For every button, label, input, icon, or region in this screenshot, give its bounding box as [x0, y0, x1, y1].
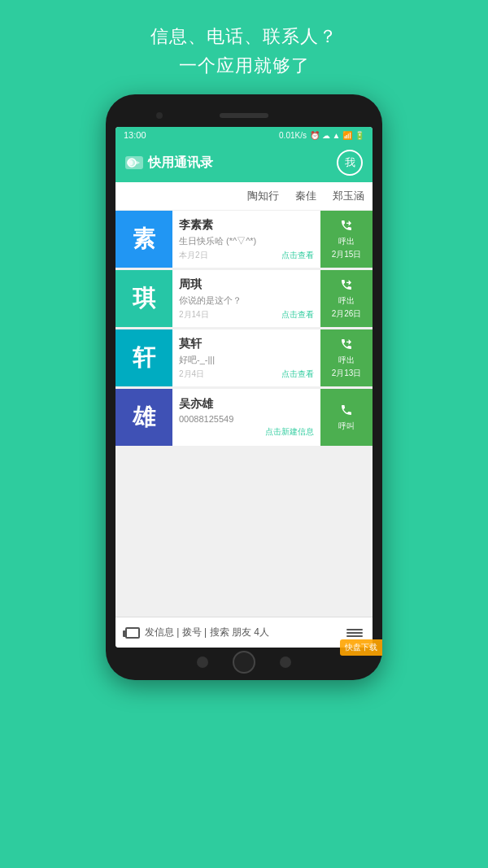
contact-action[interactable]: 呼出 2月13日: [320, 329, 373, 386]
action-icon: [340, 219, 353, 234]
action-date: 2月15日: [332, 249, 362, 260]
contact-view[interactable]: 点击查看: [281, 309, 314, 321]
tab-contact-2[interactable]: 秦佳: [295, 189, 316, 203]
app-name: 快用通讯录: [148, 155, 213, 172]
watermark: 快盘下载: [340, 639, 382, 656]
contact-item[interactable]: 琪 周琪 你说的是这个？ 2月14日 点击查看 呼出 2月26日: [115, 270, 373, 327]
status-bar: 13:00 0.01K/s ⏰ ☁ ▲ 📶 🔋: [115, 127, 373, 143]
tab-contact-3[interactable]: 郑玉涵: [333, 189, 364, 203]
contact-msg: 00088125549: [179, 414, 314, 424]
status-icons: ⏰ ☁ ▲ 📶 🔋: [310, 131, 364, 140]
phone-camera: [156, 112, 163, 119]
contacts-tabs: 陶知行 秦佳 郑玉涵: [115, 182, 373, 211]
contact-list: 素 李素素 生日快乐哈 (*^▽^*) 本月2日 点击查看 呼出 2月15日 琪…: [115, 211, 373, 617]
action-date: 2月13日: [332, 368, 362, 379]
contact-bottom: 2月14日 点击查看: [179, 309, 314, 321]
contact-name: 莫轩: [179, 337, 314, 351]
headline-line2: 一个应用就够了: [150, 54, 338, 78]
app-header: 快用通讯录 我: [115, 143, 373, 182]
contact-bottom: 本月2日 点击查看: [179, 250, 314, 261]
svg-point-1: [128, 159, 133, 165]
contact-avatar: 轩: [115, 329, 172, 386]
phone-bottom-bar: [115, 654, 373, 670]
contact-bottom: 点击新建信息: [179, 426, 314, 438]
bottom-bar-text: 发信息 | 拨号 | 搜索 朋友 4人: [145, 626, 269, 639]
contact-action[interactable]: 呼出 2月26日: [320, 270, 373, 327]
contact-date: 本月2日: [179, 250, 208, 261]
contact-view[interactable]: 点击查看: [281, 369, 314, 380]
me-avatar[interactable]: 我: [337, 150, 363, 176]
action-icon: [340, 338, 353, 353]
contact-item[interactable]: 雄 吴亦雄 00088125549 点击新建信息 呼叫: [115, 389, 373, 446]
action-label: 呼出: [338, 295, 355, 307]
app-title: 快用通讯录: [125, 155, 213, 172]
action-icon: [340, 403, 353, 419]
phone-speaker: [220, 113, 268, 118]
phone-back-btn[interactable]: [197, 656, 208, 668]
action-label: 呼叫: [338, 421, 355, 432]
menu-icon[interactable]: [346, 629, 363, 637]
network-speed: 0.01K/s: [279, 131, 307, 140]
status-time: 13:00: [124, 130, 146, 140]
contact-avatar: 素: [115, 211, 172, 268]
contact-bottom: 2月4日 点击查看: [179, 369, 314, 380]
top-text-block: 信息、电话、联系人？ 一个应用就够了: [150, 24, 338, 78]
contact-item[interactable]: 素 李素素 生日快乐哈 (*^▽^*) 本月2日 点击查看 呼出 2月15日: [115, 211, 373, 268]
contact-msg: 你说的是这个？: [179, 294, 314, 307]
phone-home-btn[interactable]: [233, 651, 255, 674]
contact-avatar: 琪: [115, 270, 172, 327]
contact-info: 李素素 生日快乐哈 (*^▽^*) 本月2日 点击查看: [172, 211, 320, 268]
me-label: 我: [345, 155, 355, 170]
contact-action[interactable]: 呼叫: [320, 389, 373, 446]
phone-recent-btn[interactable]: [280, 656, 291, 668]
contact-msg: 好吧-_-|||: [179, 354, 314, 366]
phone-screen: 13:00 0.01K/s ⏰ ☁ ▲ 📶 🔋 快用通讯录 我: [115, 127, 373, 648]
phone-top-bar: [115, 104, 373, 127]
contact-info: 莫轩 好吧-_-||| 2月4日 点击查看: [172, 329, 320, 386]
action-date: 2月26日: [332, 308, 362, 320]
compose-icon: [125, 627, 140, 639]
contact-date: 2月14日: [179, 309, 209, 321]
contact-name: 周琪: [179, 277, 314, 292]
watermark-text: 快盘下载: [345, 643, 377, 652]
bottom-left: 发信息 | 拨号 | 搜索 朋友 4人: [125, 626, 269, 639]
action-label: 呼出: [338, 355, 355, 366]
action-icon: [340, 278, 353, 294]
contact-msg: 生日快乐哈 (*^▽^*): [179, 235, 314, 247]
contact-info: 周琪 你说的是这个？ 2月14日 点击查看: [172, 270, 320, 327]
contact-view[interactable]: 点击新建信息: [265, 426, 314, 438]
contact-date: 2月4日: [179, 369, 204, 380]
status-right: 0.01K/s ⏰ ☁ ▲ 📶 🔋: [279, 131, 364, 140]
tab-contact-1[interactable]: 陶知行: [247, 189, 279, 203]
headline-line1: 信息、电话、联系人？: [150, 24, 338, 49]
phone-wrapper: 13:00 0.01K/s ⏰ ☁ ▲ 📶 🔋 快用通讯录 我: [106, 94, 382, 680]
contact-name: 吴亦雄: [179, 397, 314, 412]
contact-item[interactable]: 轩 莫轩 好吧-_-||| 2月4日 点击查看 呼出 2月13日: [115, 329, 373, 386]
app-title-icon: [125, 156, 143, 169]
contact-action[interactable]: 呼出 2月15日: [320, 211, 373, 268]
contact-info: 吴亦雄 00088125549 点击新建信息: [172, 389, 320, 446]
contact-avatar: 雄: [115, 389, 172, 446]
contact-view[interactable]: 点击查看: [281, 250, 314, 261]
action-label: 呼出: [338, 236, 355, 247]
contact-name: 李素素: [179, 218, 314, 233]
bottom-bar[interactable]: 发信息 | 拨号 | 搜索 朋友 4人: [115, 617, 373, 648]
